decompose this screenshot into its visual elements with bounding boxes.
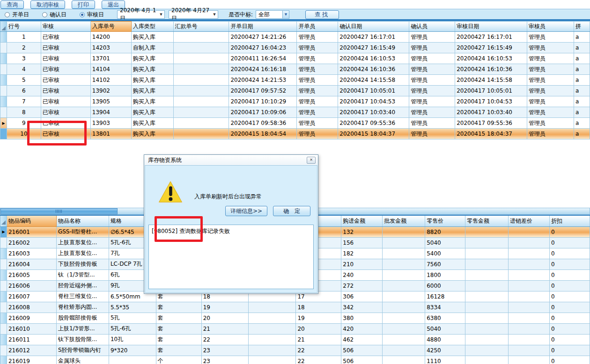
- cell[interactable]: 19: [296, 313, 341, 323]
- cell[interactable]: 10孔: [109, 334, 156, 345]
- cell[interactable]: 20200427 16:17:01: [338, 32, 409, 43]
- cell[interactable]: [509, 280, 550, 291]
- cell[interactable]: [173, 64, 229, 75]
- cell[interactable]: 20200417 09:57:52: [229, 86, 297, 96]
- cell[interactable]: 20200427 16:15:49: [338, 43, 409, 53]
- cell[interactable]: 管理员: [409, 64, 455, 75]
- cell[interactable]: 管理员: [527, 32, 574, 43]
- cell[interactable]: [383, 334, 425, 345]
- column-header[interactable]: 审核日期: [455, 22, 527, 32]
- cell[interactable]: 4250: [425, 345, 465, 356]
- cell[interactable]: 管理员: [409, 86, 455, 96]
- cell[interactable]: 216002: [7, 237, 56, 248]
- table-row[interactable]: 7已审核13905购买入库20200417 10:10:29管理员2020041…: [0, 96, 590, 107]
- cell[interactable]: 23: [201, 345, 248, 356]
- cell[interactable]: 20200424 14:15:58: [455, 75, 527, 86]
- toolbar-button-3[interactable]: 打印: [72, 0, 95, 9]
- cell[interactable]: 管理员: [297, 86, 338, 96]
- cell[interactable]: [173, 43, 229, 53]
- cell[interactable]: 购买入库: [131, 86, 173, 96]
- cell[interactable]: 自制入库: [131, 43, 173, 53]
- cell[interactable]: [248, 323, 296, 334]
- column-header[interactable]: 折扣: [549, 215, 590, 226]
- cell[interactable]: 20200427 16:15:49: [455, 43, 527, 53]
- cell[interactable]: 5040: [425, 323, 465, 334]
- cell[interactable]: 已审核: [41, 32, 90, 43]
- cell[interactable]: 5孔: [109, 313, 156, 323]
- cell[interactable]: 21: [296, 334, 341, 345]
- cell[interactable]: 216008: [7, 302, 56, 313]
- cell[interactable]: 8: [7, 107, 41, 118]
- cell[interactable]: 上肢直形复位...: [56, 237, 109, 248]
- table-row[interactable]: 8已审核13904购买入库20200417 10:09:06管理员2020041…: [0, 107, 590, 118]
- bid-select[interactable]: 全部 ▼: [256, 10, 289, 19]
- cell[interactable]: 14102: [90, 75, 131, 86]
- cell[interactable]: 13905: [90, 96, 131, 107]
- close-icon[interactable]: ✕: [307, 157, 316, 164]
- cell[interactable]: 216011: [7, 334, 56, 345]
- cell[interactable]: 10: [7, 129, 41, 139]
- cell[interactable]: 管理员: [409, 43, 455, 53]
- row-selector[interactable]: [0, 280, 7, 291]
- column-header[interactable]: 购进金额: [341, 215, 383, 226]
- column-header[interactable]: 确认日期: [338, 22, 409, 32]
- cell[interactable]: 18: [296, 302, 341, 313]
- cell[interactable]: 套: [156, 345, 201, 356]
- cell[interactable]: 216004: [7, 259, 56, 269]
- cell[interactable]: 20200417 09:58:36: [229, 118, 297, 129]
- cell[interactable]: 5400: [425, 248, 465, 259]
- cell[interactable]: [509, 259, 550, 269]
- cell[interactable]: [173, 107, 229, 118]
- cell[interactable]: [465, 248, 509, 259]
- cell[interactable]: [509, 237, 550, 248]
- cell[interactable]: [173, 118, 229, 129]
- cell[interactable]: 14104: [90, 64, 131, 75]
- date-to-picker[interactable]: 2020年 4月27日 ▼: [169, 10, 218, 19]
- cell[interactable]: [465, 291, 509, 302]
- cell[interactable]: 420: [341, 323, 383, 334]
- cell[interactable]: 20200415 18:04:37: [455, 129, 527, 139]
- cell[interactable]: 13801: [90, 129, 131, 139]
- cell[interactable]: 4880: [425, 334, 465, 345]
- cell[interactable]: [509, 269, 550, 280]
- cell[interactable]: 购买入库: [131, 118, 173, 129]
- cell[interactable]: 20200424 14:21:53: [229, 75, 297, 86]
- column-header[interactable]: 零售价: [425, 215, 465, 226]
- row-selector[interactable]: [0, 43, 7, 53]
- cell[interactable]: [383, 259, 425, 269]
- cell[interactable]: 购买入库: [131, 32, 173, 43]
- cell[interactable]: 13904: [90, 107, 131, 118]
- cell[interactable]: 9*320: [109, 345, 156, 356]
- column-header[interactable]: 审核员: [527, 22, 574, 32]
- cell[interactable]: [173, 96, 229, 107]
- cell[interactable]: 0: [549, 302, 590, 313]
- cell[interactable]: [509, 248, 550, 259]
- cell[interactable]: 0: [549, 259, 590, 269]
- column-header[interactable]: 开单员: [297, 22, 338, 32]
- cell[interactable]: 管理员: [527, 118, 574, 129]
- cell[interactable]: 管理员: [297, 64, 338, 75]
- cell[interactable]: 管理员: [409, 53, 455, 64]
- cell[interactable]: 管理员: [409, 75, 455, 86]
- cell[interactable]: 21: [201, 323, 248, 334]
- cell[interactable]: 506: [341, 345, 383, 356]
- cell[interactable]: 22: [296, 356, 341, 364]
- cell[interactable]: [465, 334, 509, 345]
- cell[interactable]: 已审核: [41, 107, 90, 118]
- column-header[interactable]: 进销差价: [509, 215, 550, 226]
- cell[interactable]: 4: [7, 64, 41, 75]
- cell[interactable]: 已审核: [41, 118, 90, 129]
- cell[interactable]: 20200424 16:10:36: [338, 64, 409, 75]
- cell[interactable]: 钛（1/3管型...: [56, 269, 109, 280]
- column-header[interactable]: 开单日期: [229, 22, 297, 32]
- row-selector[interactable]: [0, 323, 7, 334]
- cell[interactable]: 购买入库: [131, 107, 173, 118]
- cell[interactable]: 20200417 10:03:40: [338, 107, 409, 118]
- column-header[interactable]: 行号: [7, 22, 41, 32]
- find-button[interactable]: 查找: [305, 10, 339, 19]
- cell[interactable]: 0: [549, 226, 590, 237]
- cell[interactable]: 脊柱三维复位...: [56, 291, 109, 302]
- table-row[interactable]: 3已审核13701购买入库20200411 16:26:54管理员2020042…: [0, 53, 590, 64]
- cell[interactable]: 个: [156, 356, 201, 364]
- cell[interactable]: 钛下肢股骨限...: [56, 334, 109, 345]
